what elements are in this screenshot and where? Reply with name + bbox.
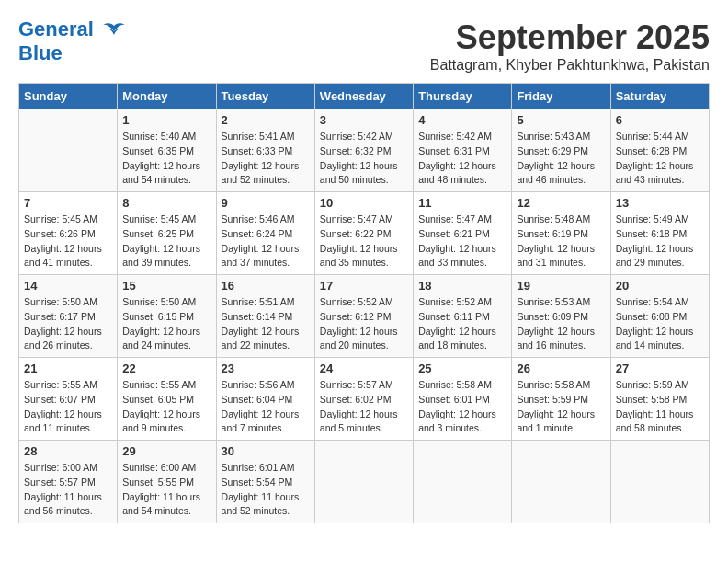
weekday-header-thursday: Thursday <box>414 84 512 109</box>
weekday-header-wednesday: Wednesday <box>314 84 413 109</box>
day-number: 11 <box>418 196 506 210</box>
day-number: 30 <box>222 444 310 458</box>
day-detail: Sunrise: 5:52 AMSunset: 6:11 PMDaylight:… <box>418 295 506 353</box>
weekday-header-friday: Friday <box>512 84 610 109</box>
day-number: 14 <box>24 279 112 293</box>
calendar-cell: 5Sunrise: 5:43 AMSunset: 6:29 PMDaylight… <box>512 109 610 192</box>
logo-bird-icon <box>101 22 127 42</box>
calendar-cell: 10Sunrise: 5:47 AMSunset: 6:22 PMDayligh… <box>314 192 413 275</box>
page-header: General Blue September 2025 Battagram, K… <box>18 18 710 74</box>
day-detail: Sunrise: 5:55 AMSunset: 6:07 PMDaylight:… <box>24 378 112 436</box>
day-detail: Sunrise: 5:43 AMSunset: 6:29 PMDaylight:… <box>517 130 605 188</box>
calendar-cell: 23Sunrise: 5:56 AMSunset: 6:04 PMDayligh… <box>216 358 314 441</box>
day-number: 16 <box>222 279 310 293</box>
calendar-cell: 16Sunrise: 5:51 AMSunset: 6:14 PMDayligh… <box>216 275 314 358</box>
calendar-week-row: 1Sunrise: 5:40 AMSunset: 6:35 PMDaylight… <box>19 109 710 192</box>
calendar-cell: 29Sunrise: 6:00 AMSunset: 5:55 PMDayligh… <box>118 441 216 523</box>
day-number: 10 <box>320 196 408 210</box>
day-detail: Sunrise: 5:46 AMSunset: 6:24 PMDaylight:… <box>222 213 310 270</box>
day-detail: Sunrise: 5:56 AMSunset: 6:04 PMDaylight:… <box>222 378 310 436</box>
calendar-cell: 11Sunrise: 5:47 AMSunset: 6:21 PMDayligh… <box>414 192 512 275</box>
calendar-cell: 12Sunrise: 5:48 AMSunset: 6:19 PMDayligh… <box>512 192 610 275</box>
day-number: 21 <box>24 362 112 375</box>
day-detail: Sunrise: 5:52 AMSunset: 6:12 PMDaylight:… <box>320 295 408 353</box>
day-number: 24 <box>320 362 408 375</box>
day-detail: Sunrise: 5:48 AMSunset: 6:19 PMDaylight:… <box>517 213 605 270</box>
logo: General Blue <box>18 18 127 64</box>
weekday-header-monday: Monday <box>118 84 216 109</box>
day-number: 6 <box>616 113 704 127</box>
day-number: 19 <box>517 279 605 293</box>
day-number: 26 <box>517 362 605 375</box>
calendar-cell: 3Sunrise: 5:42 AMSunset: 6:32 PMDaylight… <box>314 109 413 192</box>
calendar-cell: 6Sunrise: 5:44 AMSunset: 6:28 PMDaylight… <box>610 109 709 192</box>
calendar-week-row: 7Sunrise: 5:45 AMSunset: 6:26 PMDaylight… <box>19 192 710 275</box>
calendar-cell <box>314 441 413 523</box>
day-detail: Sunrise: 5:50 AMSunset: 6:17 PMDaylight:… <box>24 295 112 353</box>
logo-blue: Blue <box>18 41 63 64</box>
day-detail: Sunrise: 5:55 AMSunset: 6:05 PMDaylight:… <box>122 378 210 436</box>
calendar-cell: 27Sunrise: 5:59 AMSunset: 5:58 PMDayligh… <box>610 358 709 441</box>
day-number: 3 <box>320 113 408 127</box>
location-title: Battagram, Khyber Pakhtunkhwa, Pakistan <box>430 57 710 74</box>
calendar-cell: 25Sunrise: 5:58 AMSunset: 6:01 PMDayligh… <box>414 358 512 441</box>
day-detail: Sunrise: 5:42 AMSunset: 6:31 PMDaylight:… <box>418 130 506 188</box>
day-number: 28 <box>24 444 112 458</box>
day-number: 23 <box>222 362 310 375</box>
calendar-cell: 9Sunrise: 5:46 AMSunset: 6:24 PMDaylight… <box>216 192 314 275</box>
day-number: 1 <box>122 113 210 127</box>
day-number: 20 <box>616 279 704 293</box>
day-number: 15 <box>122 279 210 293</box>
day-detail: Sunrise: 5:54 AMSunset: 6:08 PMDaylight:… <box>616 295 704 353</box>
day-detail: Sunrise: 5:47 AMSunset: 6:22 PMDaylight:… <box>320 213 408 270</box>
calendar-cell: 7Sunrise: 5:45 AMSunset: 6:26 PMDaylight… <box>19 192 118 275</box>
calendar-cell <box>19 109 118 192</box>
calendar-cell: 30Sunrise: 6:01 AMSunset: 5:54 PMDayligh… <box>216 441 314 523</box>
day-detail: Sunrise: 5:45 AMSunset: 6:26 PMDaylight:… <box>24 213 112 270</box>
day-detail: Sunrise: 5:42 AMSunset: 6:32 PMDaylight:… <box>320 130 408 188</box>
calendar-cell: 14Sunrise: 5:50 AMSunset: 6:17 PMDayligh… <box>19 275 118 358</box>
day-detail: Sunrise: 5:47 AMSunset: 6:21 PMDaylight:… <box>418 213 506 270</box>
calendar-week-row: 14Sunrise: 5:50 AMSunset: 6:17 PMDayligh… <box>19 275 710 358</box>
day-number: 22 <box>122 362 210 375</box>
day-number: 9 <box>222 196 310 210</box>
day-number: 27 <box>616 362 704 375</box>
calendar-cell: 2Sunrise: 5:41 AMSunset: 6:33 PMDaylight… <box>216 109 314 192</box>
calendar-cell: 8Sunrise: 5:45 AMSunset: 6:25 PMDaylight… <box>118 192 216 275</box>
day-detail: Sunrise: 5:58 AMSunset: 6:01 PMDaylight:… <box>418 378 506 436</box>
calendar-cell <box>414 441 512 523</box>
calendar-cell: 19Sunrise: 5:53 AMSunset: 6:09 PMDayligh… <box>512 275 610 358</box>
day-detail: Sunrise: 5:40 AMSunset: 6:35 PMDaylight:… <box>122 130 210 188</box>
weekday-header-tuesday: Tuesday <box>216 84 314 109</box>
day-detail: Sunrise: 5:53 AMSunset: 6:09 PMDaylight:… <box>517 295 605 353</box>
calendar-cell: 20Sunrise: 5:54 AMSunset: 6:08 PMDayligh… <box>610 275 709 358</box>
month-title: September 2025 <box>430 18 710 57</box>
calendar-week-row: 28Sunrise: 6:00 AMSunset: 5:57 PMDayligh… <box>19 441 710 523</box>
weekday-header-row: SundayMondayTuesdayWednesdayThursdayFrid… <box>19 84 710 109</box>
day-number: 12 <box>517 196 605 210</box>
day-number: 29 <box>122 444 210 458</box>
day-number: 25 <box>418 362 506 375</box>
calendar-cell <box>610 441 709 523</box>
day-detail: Sunrise: 5:45 AMSunset: 6:25 PMDaylight:… <box>122 213 210 270</box>
logo-text: General <box>18 17 99 40</box>
calendar-cell: 13Sunrise: 5:49 AMSunset: 6:18 PMDayligh… <box>610 192 709 275</box>
calendar-cell: 18Sunrise: 5:52 AMSunset: 6:11 PMDayligh… <box>414 275 512 358</box>
day-detail: Sunrise: 5:44 AMSunset: 6:28 PMDaylight:… <box>616 130 704 188</box>
day-detail: Sunrise: 5:58 AMSunset: 5:59 PMDaylight:… <box>517 378 605 436</box>
day-number: 18 <box>418 279 506 293</box>
title-block: September 2025 Battagram, Khyber Pakhtun… <box>430 18 710 74</box>
day-detail: Sunrise: 5:57 AMSunset: 6:02 PMDaylight:… <box>320 378 408 436</box>
calendar-cell: 1Sunrise: 5:40 AMSunset: 6:35 PMDaylight… <box>118 109 216 192</box>
day-detail: Sunrise: 5:50 AMSunset: 6:15 PMDaylight:… <box>122 295 210 353</box>
calendar-week-row: 21Sunrise: 5:55 AMSunset: 6:07 PMDayligh… <box>19 358 710 441</box>
day-detail: Sunrise: 6:00 AMSunset: 5:55 PMDaylight:… <box>122 461 210 519</box>
calendar-cell: 28Sunrise: 6:00 AMSunset: 5:57 PMDayligh… <box>19 441 118 523</box>
day-number: 2 <box>222 113 310 127</box>
weekday-header-sunday: Sunday <box>19 84 118 109</box>
calendar-cell: 22Sunrise: 5:55 AMSunset: 6:05 PMDayligh… <box>118 358 216 441</box>
calendar-cell: 4Sunrise: 5:42 AMSunset: 6:31 PMDaylight… <box>414 109 512 192</box>
day-detail: Sunrise: 5:51 AMSunset: 6:14 PMDaylight:… <box>222 295 310 353</box>
logo-general: General <box>18 17 94 40</box>
day-number: 17 <box>320 279 408 293</box>
